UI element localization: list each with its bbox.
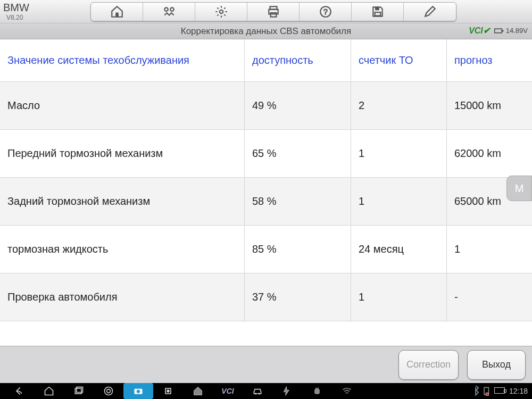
back-icon[interactable] [4, 383, 34, 399]
table-header-row: Значение системы техобслуживания доступн… [0, 39, 532, 82]
brand-block: BMW V8.20 [0, 2, 85, 21]
battery-voltage: 14.89V [494, 27, 528, 35]
edit-icon[interactable] [404, 3, 456, 21]
cell-available: 37 % [245, 273, 351, 321]
cell-available: 65 % [245, 130, 351, 177]
android-icon[interactable] [302, 383, 332, 399]
cell-counter: 1 [351, 130, 447, 177]
cell-counter: 1 [351, 273, 447, 321]
cell-forecast: 62000 km [447, 130, 532, 177]
exit-button[interactable]: Выход [467, 350, 526, 380]
settings-icon[interactable] [195, 3, 247, 21]
svg-point-21 [255, 393, 256, 395]
svg-rect-11 [495, 29, 502, 33]
vci-badge: VCI✔ [469, 26, 490, 36]
top-toolbar: BMW V8.20 ? [0, 0, 532, 23]
table-row[interactable]: Передний тормозной механизм 65 % 1 62000… [0, 130, 532, 178]
table-row[interactable]: тормозная жидкость 85 % 24 месяц 1 [0, 226, 532, 273]
save-icon[interactable] [352, 3, 404, 21]
android-nav-bar: VCI 12:18 [0, 383, 532, 399]
svg-text:?: ? [323, 7, 328, 16]
brightness-icon[interactable] [153, 383, 183, 399]
battery-icon [492, 386, 505, 396]
col-header-service: Значение системы техобслуживания [0, 39, 245, 81]
connection-status: VCI✔ 14.89V [469, 26, 528, 36]
app-m-icon[interactable] [183, 383, 213, 399]
no-sim-icon [481, 383, 492, 399]
svg-point-1 [164, 7, 168, 11]
cell-forecast: 1 [447, 226, 532, 273]
help-icon[interactable]: ? [300, 3, 352, 21]
clock: 12:18 [505, 387, 528, 395]
cell-forecast: - [447, 273, 532, 321]
cbs-table: Значение системы техобслуживания доступн… [0, 39, 532, 321]
svg-rect-23 [315, 389, 319, 394]
svg-point-22 [259, 393, 260, 395]
cell-service: Задний тормозной механизм [0, 178, 245, 225]
print-icon[interactable] [247, 3, 300, 21]
diagnostics-icon[interactable] [143, 3, 195, 21]
cell-available: 58 % [245, 178, 351, 225]
cell-forecast: 15000 km [447, 82, 532, 129]
brand-version: V8.20 [3, 14, 85, 21]
footer-bar: Correction Выход [0, 346, 532, 383]
cell-service: Проверка автомобиля [0, 273, 245, 321]
brand-title: BMW [3, 2, 85, 14]
svg-point-15 [105, 387, 113, 395]
page-subtitle: Корректировка данных CBS автомобиля [181, 26, 352, 37]
cell-available: 85 % [245, 226, 351, 273]
svg-point-3 [219, 10, 223, 14]
recent-apps-icon[interactable] [64, 383, 94, 399]
cell-service: тормозная жидкость [0, 226, 245, 273]
table-row[interactable]: Задний тормозной механизм 58 % 1 65000 k… [0, 178, 532, 226]
table-row[interactable]: Проверка автомобиля 37 % 1 - [0, 273, 532, 321]
col-header-counter: счетчик ТО [351, 39, 447, 81]
cell-counter: 24 месяц [351, 226, 447, 273]
svg-point-25 [318, 388, 319, 389]
cell-counter: 1 [351, 178, 447, 225]
home-icon[interactable] [91, 3, 143, 21]
table-row[interactable]: Масло 49 % 2 15000 km [0, 82, 532, 130]
wifi-icon[interactable] [332, 383, 362, 399]
toolbar-buttons: ? [90, 2, 456, 21]
col-header-available: доступность [245, 39, 351, 81]
svg-rect-12 [502, 30, 503, 31]
svg-rect-9 [375, 12, 380, 16]
cell-service: Передний тормозной механизм [0, 130, 245, 177]
svg-point-20 [167, 390, 170, 393]
svg-rect-0 [115, 13, 118, 17]
svg-point-18 [137, 390, 140, 394]
subtitle-bar: Корректировка данных CBS автомобиля VCI✔… [0, 23, 532, 39]
svg-rect-10 [375, 7, 379, 10]
col-header-forecast: прогноз [447, 39, 532, 81]
svg-point-2 [170, 7, 174, 11]
svg-rect-27 [486, 393, 488, 395]
camera-icon[interactable] [123, 383, 153, 399]
svg-point-16 [107, 389, 111, 393]
vci-nav-icon[interactable]: VCI [213, 383, 243, 399]
cell-counter: 2 [351, 82, 447, 129]
bluetooth-icon [471, 383, 481, 399]
chrome-icon[interactable] [94, 383, 123, 399]
flash-icon[interactable] [272, 383, 302, 399]
cell-available: 49 % [245, 82, 351, 129]
cell-service: Масло [0, 82, 245, 129]
correction-button[interactable]: Correction [398, 350, 459, 380]
car-icon[interactable] [243, 383, 272, 399]
svg-point-24 [316, 388, 317, 389]
floating-m-button[interactable]: M [506, 176, 532, 201]
home-nav-icon[interactable] [34, 383, 64, 399]
